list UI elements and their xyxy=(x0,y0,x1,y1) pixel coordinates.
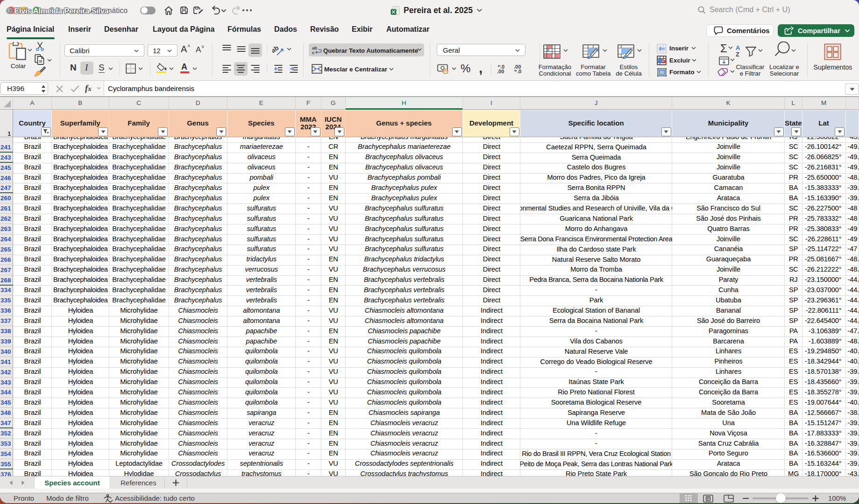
svg-text:.00: .00 xyxy=(497,69,504,74)
svg-text:.0: .0 xyxy=(517,69,521,74)
svg-text:© Elvis Almeida Pereira Silva: © Elvis Almeida Pereira Silva xyxy=(7,6,109,14)
svg-text:c: c xyxy=(312,50,314,55)
